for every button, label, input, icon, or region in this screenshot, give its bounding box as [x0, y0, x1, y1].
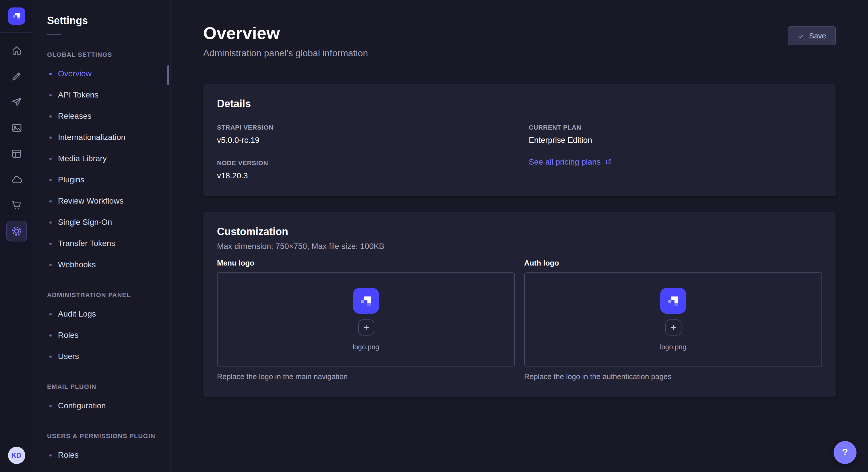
plus-icon — [669, 324, 677, 332]
save-button[interactable]: Save — [788, 26, 836, 45]
sidebar-item-review-workflows[interactable]: Review Workflows — [33, 191, 170, 212]
section-heading: EMAIL PLUGIN — [33, 383, 170, 391]
sidebar-item-label: Media Library — [58, 154, 107, 164]
app: KD Settings GLOBAL SETTINGS Overview API… — [0, 0, 868, 472]
sidebar-item-email-configuration[interactable]: Configuration — [33, 395, 170, 416]
section-heading: GLOBAL SETTINGS — [33, 51, 170, 59]
menu-logo-filename: logo.png — [353, 343, 379, 351]
help-button[interactable]: ? — [834, 441, 857, 464]
rail-releases-button[interactable] — [6, 92, 27, 112]
field-value: v5.0.0-rc.19 — [217, 135, 510, 144]
sidebar-item-api-tokens[interactable]: API Tokens — [33, 84, 170, 105]
bullet-icon — [50, 158, 52, 160]
menu-logo-helper: Replace the logo in the main navigation — [217, 372, 515, 381]
node-version-field: NODE VERSION v18.20.3 — [217, 160, 510, 180]
sidebar-item-label: Roles — [58, 330, 79, 340]
menu-logo-preview — [353, 288, 379, 314]
upload-label: Menu logo — [217, 259, 515, 268]
bullet-icon — [50, 454, 52, 456]
page-title: Overview — [203, 23, 368, 43]
strapi-logo-icon — [11, 10, 22, 22]
sidebar-scrollbar[interactable] — [167, 65, 169, 85]
sidebar-item-plugins[interactable]: Plugins — [33, 169, 170, 191]
upload-label: Auth logo — [524, 259, 822, 268]
pencil-icon — [11, 71, 22, 82]
content-area: Details STRAPI VERSION v5.0.0-rc.19 NODE… — [171, 59, 868, 420]
paper-plane-icon — [11, 96, 22, 108]
save-button-label: Save — [809, 32, 826, 40]
section-users-permissions-plugin: USERS & PERMISSIONS PLUGIN Roles Provide… — [33, 432, 170, 472]
auth-logo-filename: logo.png — [660, 343, 686, 351]
bullet-icon — [50, 94, 52, 96]
sidebar-item-label: Releases — [58, 111, 92, 121]
pricing-plans-link[interactable]: See all pricing plans — [529, 157, 822, 166]
section-heading: USERS & PERMISSIONS PLUGIN — [33, 432, 170, 440]
rail-header — [0, 0, 33, 33]
plus-icon — [362, 324, 370, 332]
bullet-icon — [50, 355, 52, 358]
strapi-logo[interactable] — [8, 7, 25, 25]
field-label: NODE VERSION — [217, 160, 510, 167]
question-mark-icon: ? — [842, 447, 848, 458]
sidebar-item-releases[interactable]: Releases — [33, 105, 170, 127]
menu-logo-add-button[interactable] — [358, 319, 374, 336]
page-header: Overview Administration panel’s global i… — [171, 0, 868, 59]
sidebar-item-label: Review Workflows — [58, 196, 123, 206]
bullet-icon — [50, 200, 52, 202]
sidebar-item-up-roles[interactable]: Roles — [33, 444, 170, 466]
gear-icon — [11, 225, 22, 237]
rail-content-type-builder-button[interactable] — [6, 143, 27, 164]
sidebar-item-admin-users[interactable]: Users — [33, 346, 170, 367]
field-value: v18.20.3 — [217, 171, 510, 180]
sidebar-item-internationalization[interactable]: Internationalization — [33, 127, 170, 148]
bullet-icon — [50, 334, 52, 336]
sidebar-item-single-sign-on[interactable]: Single Sign-On — [33, 212, 170, 233]
rail-nav — [6, 33, 27, 241]
section-heading: ADMINISTRATION PANEL — [33, 291, 170, 299]
cart-icon — [11, 200, 22, 211]
sidebar-item-media-library[interactable]: Media Library — [33, 148, 170, 169]
external-link-icon — [606, 158, 612, 165]
sidebar-item-label: Transfer Tokens — [58, 239, 115, 248]
field-label: STRAPI VERSION — [217, 124, 510, 131]
sidebar-item-label: API Tokens — [58, 90, 98, 100]
rail-settings-button[interactable] — [6, 221, 27, 241]
auth-logo-helper: Replace the logo in the authentication p… — [524, 372, 822, 381]
sidebar-item-audit-logs[interactable]: Audit Logs — [33, 303, 170, 325]
sidebar-item-admin-roles[interactable]: Roles — [33, 325, 170, 346]
auth-logo-preview — [660, 288, 686, 314]
rail-media-library-button[interactable] — [6, 117, 27, 138]
customization-card-title: Customization — [217, 226, 822, 238]
rail-cloud-button[interactable] — [6, 169, 27, 190]
home-icon — [11, 45, 22, 56]
customization-card-subtitle: Max dimension: 750×750, Max file size: 1… — [217, 241, 822, 250]
rail-marketplace-button[interactable] — [6, 195, 27, 216]
bullet-icon — [50, 264, 52, 266]
layout-icon — [11, 148, 22, 160]
sidebar-item-webhooks[interactable]: Webhooks — [33, 254, 170, 275]
details-card-title: Details — [217, 98, 822, 110]
rail-home-button[interactable] — [6, 40, 27, 61]
sidebar-item-up-providers[interactable]: Providers — [33, 466, 170, 472]
menu-logo-dropzone[interactable]: logo.png — [217, 272, 515, 367]
rail-content-button[interactable] — [6, 66, 27, 87]
strapi-logo-icon — [358, 292, 375, 309]
pricing-plans-link-label: See all pricing plans — [529, 157, 601, 166]
sidebar-item-transfer-tokens[interactable]: Transfer Tokens — [33, 233, 170, 254]
bullet-icon — [50, 115, 52, 117]
sidebar-item-label: Internationalization — [58, 133, 125, 142]
field-label: CURRENT PLAN — [529, 124, 822, 131]
auth-logo-add-button[interactable] — [665, 319, 681, 336]
section-administration-panel: ADMINISTRATION PANEL Audit Logs Roles Us… — [33, 291, 170, 367]
sidebar-divider — [47, 34, 61, 35]
check-icon — [798, 32, 805, 39]
sidebar-item-label: Single Sign-On — [58, 217, 112, 227]
auth-logo-dropzone[interactable]: logo.png — [524, 272, 822, 367]
avatar[interactable]: KD — [8, 447, 25, 464]
page-subtitle: Administration panel’s global informatio… — [203, 48, 368, 59]
bullet-icon — [50, 221, 52, 224]
sidebar-item-overview[interactable]: Overview — [33, 63, 170, 84]
sidebar-item-label: Audit Logs — [58, 309, 96, 319]
section-global-settings: GLOBAL SETTINGS Overview API Tokens Rele… — [33, 51, 170, 275]
sidebar-item-label: Configuration — [58, 401, 106, 411]
